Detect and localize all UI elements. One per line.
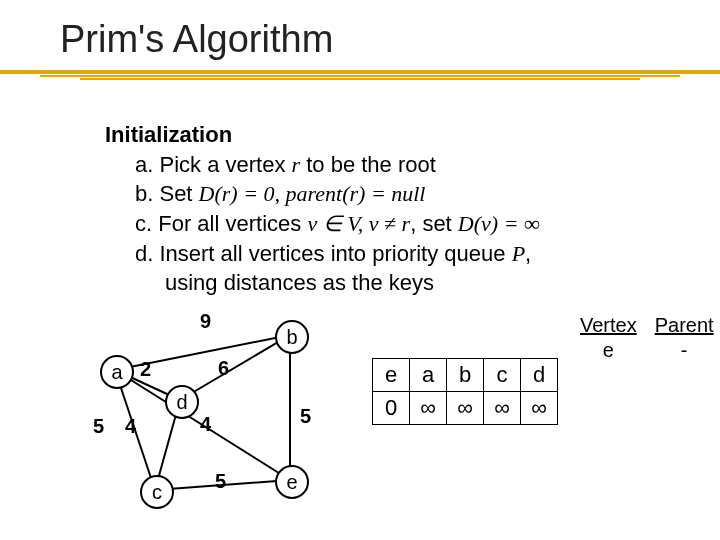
pq-val-a: ∞ [410, 392, 447, 425]
pq-val-e: 0 [373, 392, 410, 425]
weight-ae: 5 [93, 415, 104, 438]
vertex-c: c [140, 475, 174, 509]
step-c-pre: c. For all vertices [135, 211, 307, 236]
vp-head-parent: Parent [647, 314, 720, 337]
step-a-pre: a. Pick a vertex [135, 152, 292, 177]
pq-head-a: a [410, 359, 447, 392]
pq-head-d: d [521, 359, 558, 392]
step-d-pre: d. Insert all vertices into priority que… [135, 241, 512, 266]
vertex-d: d [165, 385, 199, 419]
vertex-a: a [100, 355, 134, 389]
pq-head-c: c [484, 359, 521, 392]
step-d-post: , [525, 241, 531, 266]
pq-val-b: ∞ [447, 392, 484, 425]
vertex-b: b [275, 320, 309, 354]
step-c-mid: , set [410, 211, 458, 236]
title-underline [0, 70, 720, 74]
vp-vertex-e: e [572, 339, 645, 362]
table-row: 0 ∞ ∞ ∞ ∞ [373, 392, 558, 425]
step-a-post: to be the root [300, 152, 436, 177]
algorithm-steps: Initialization a. Pick a vertex r to be … [105, 120, 540, 298]
step-d-line2: using distances as the keys [165, 270, 434, 295]
weight-cd: 4 [200, 413, 211, 436]
pq-val-c: ∞ [484, 392, 521, 425]
weight-ad: 2 [140, 358, 151, 381]
weight-ce: 5 [215, 470, 226, 493]
title-underline [40, 75, 680, 77]
step-c-math2: D(v) = ∞ [458, 211, 540, 236]
page-title: Prim's Algorithm [60, 18, 333, 61]
weight-be: 5 [300, 405, 311, 428]
title-underline [80, 78, 640, 80]
step-a-var: r [292, 152, 301, 177]
vertex-e: e [275, 465, 309, 499]
svg-line-4 [180, 335, 290, 400]
weight-bd: 6 [218, 357, 229, 380]
step-d-var: P [512, 241, 525, 266]
vp-head-vertex: Vertex [572, 314, 645, 337]
step-b-math: D(r) = 0, parent(r) = null [199, 181, 426, 206]
vp-parent-e: - [647, 339, 720, 362]
table-row: Vertex Parent [572, 314, 720, 337]
pq-head-b: b [447, 359, 484, 392]
weight-ac: 4 [125, 415, 136, 438]
pq-val-d: ∞ [521, 392, 558, 425]
step-b-pre: b. Set [135, 181, 199, 206]
table-row: e - [572, 339, 720, 362]
pq-head-e: e [373, 359, 410, 392]
step-c-math1: v ∈ V, v ≠ r [307, 211, 410, 236]
vertex-parent-table: Vertex Parent e - [570, 312, 720, 364]
graph-diagram: a b c d e 9 2 5 4 6 5 4 5 [90, 305, 340, 525]
steps-heading: Initialization [105, 122, 232, 147]
table-row: e a b c d [373, 359, 558, 392]
weight-ab: 9 [200, 310, 211, 333]
priority-queue-table: e a b c d 0 ∞ ∞ ∞ ∞ [372, 358, 558, 425]
